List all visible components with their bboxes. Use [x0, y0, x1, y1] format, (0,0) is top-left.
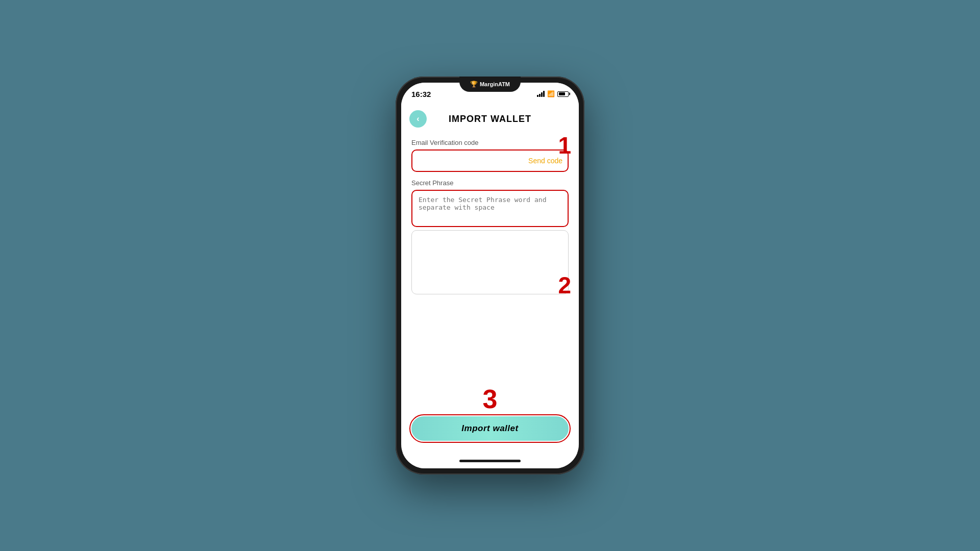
- battery-icon: [557, 91, 569, 97]
- page-title: IMPORT WALLET: [427, 114, 553, 124]
- top-bar: ‹ IMPORT WALLET: [401, 105, 579, 132]
- phone-screen: 16:32 📶 ‹ IMPORT WALLET: [401, 83, 579, 468]
- status-icons: 📶: [537, 90, 569, 97]
- button-area: 3 Import wallet: [401, 381, 579, 453]
- secret-phrase-section: 2 Secret Phrase: [411, 179, 569, 294]
- email-section: 1 Email Verification code Send code: [411, 139, 569, 172]
- app-content: ‹ IMPORT WALLET 1 Email Verification cod…: [401, 105, 579, 468]
- email-input-wrapper: Send code: [411, 149, 569, 172]
- back-chevron-icon: ‹: [416, 115, 419, 123]
- signal-icon: [537, 91, 545, 97]
- secret-phrase-input-bottom[interactable]: [412, 231, 568, 292]
- secret-phrase-label: Secret Phrase: [411, 179, 569, 187]
- secret-phrase-input-top[interactable]: [412, 191, 568, 224]
- app-name-label: MarginATM: [480, 81, 510, 87]
- main-content: 1 Email Verification code Send code 2 Se…: [401, 132, 579, 381]
- annotation-1: 1: [558, 134, 571, 157]
- secret-phrase-top-wrapper: [411, 190, 569, 227]
- status-time: 16:32: [411, 90, 431, 98]
- notch: 🏆 MarginATM: [459, 77, 521, 92]
- wifi-icon: 📶: [547, 90, 555, 97]
- back-button[interactable]: ‹: [409, 110, 427, 128]
- annotation-2: 2: [558, 273, 571, 297]
- email-verification-input[interactable]: [418, 157, 528, 165]
- secret-phrase-bottom-wrapper: [411, 230, 569, 294]
- import-wallet-button[interactable]: Import wallet: [411, 416, 569, 441]
- send-code-button[interactable]: Send code: [528, 157, 562, 165]
- annotation-3: 3: [483, 386, 498, 412]
- home-indicator: [401, 453, 579, 468]
- phone-outer: 🏆 MarginATM 16:32 📶 ‹: [396, 77, 584, 474]
- app-logo-icon: 🏆: [470, 81, 478, 88]
- home-bar: [459, 460, 521, 462]
- email-verification-label: Email Verification code: [411, 139, 569, 146]
- import-button-wrapper: Import wallet: [409, 414, 571, 443]
